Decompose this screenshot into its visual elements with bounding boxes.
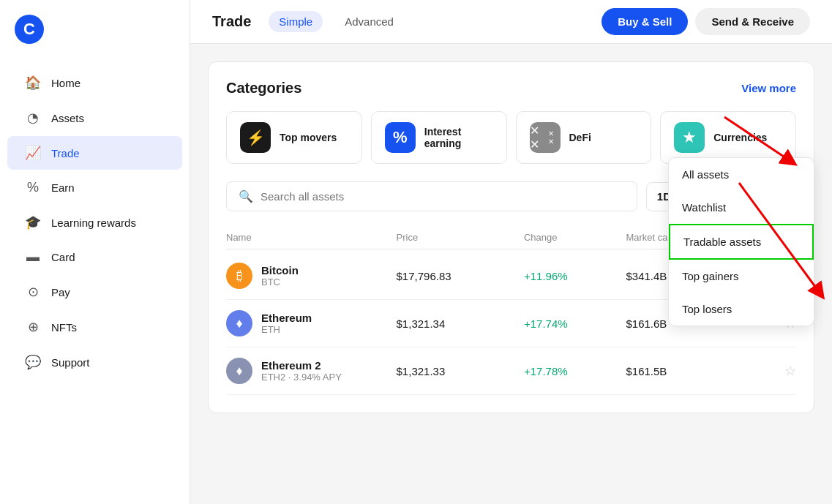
dropdown-item-top-losers[interactable]: Top losers xyxy=(669,293,814,326)
send-receive-button[interactable]: Send & Receive xyxy=(695,8,810,35)
sidebar-item-label: Learning rewards xyxy=(51,217,136,229)
sidebar-item-nfts[interactable]: ⊕ NFTs xyxy=(7,310,182,344)
col-header-change: Change xyxy=(524,232,626,243)
learning-icon: 🎓 xyxy=(25,214,41,230)
change-eth2: +17.78% xyxy=(524,365,626,377)
category-currencies[interactable]: ★ Currencies xyxy=(660,111,796,164)
dropdown-item-top-gainers[interactable]: Top gainers xyxy=(669,260,814,293)
asset-cell-eth: ♦ Ethereum ETH xyxy=(226,310,397,336)
asset-filter-dropdown: All assets Watchlist Tradable assets Top… xyxy=(668,157,814,326)
sidebar-item-support[interactable]: 💬 Support xyxy=(7,345,182,379)
assets-icon: ◔ xyxy=(25,110,41,126)
dropdown-item-watchlist[interactable]: Watchlist xyxy=(669,191,814,224)
page-title: Trade xyxy=(212,13,251,30)
dropdown-item-tradable-assets[interactable]: Tradable assets xyxy=(669,224,814,260)
asset-ticker-eth2: ETH2 · 3.94% APY xyxy=(261,372,342,383)
asset-cell-btc: ₿ Bitcoin BTC xyxy=(226,263,397,289)
dropdown-item-all-assets[interactable]: All assets xyxy=(669,158,814,191)
sidebar-item-label: Trade xyxy=(51,147,80,159)
eth-icon: ♦ xyxy=(226,310,252,336)
interest-earning-icon: % xyxy=(385,122,416,153)
tab-simple[interactable]: Simple xyxy=(269,11,323,32)
sidebar-item-label: Support xyxy=(51,356,90,369)
sidebar-nav: 🏠 Home ◔ Assets 📈 Trade % Earn 🎓 Learnin… xyxy=(0,66,190,379)
top-movers-icon: ⚡ xyxy=(240,122,271,153)
home-icon: 🏠 xyxy=(25,75,41,91)
category-label: Currencies xyxy=(713,132,767,143)
logo-area: C xyxy=(0,15,190,66)
marketcap-eth2: $161.5B xyxy=(626,365,753,377)
table-row: ♦ Ethereum 2 ETH2 · 3.94% APY $1,321.33 … xyxy=(226,347,796,395)
main-content: Trade Simple Advanced Buy & Sell Send & … xyxy=(190,0,832,504)
col-header-name: Name xyxy=(226,232,397,243)
btc-icon: ₿ xyxy=(226,263,252,289)
trade-icon: 📈 xyxy=(25,145,41,161)
topbar: Trade Simple Advanced Buy & Sell Send & … xyxy=(190,0,832,44)
sidebar-item-label: Card xyxy=(51,251,75,263)
change-btc: +11.96% xyxy=(524,270,626,282)
category-label: Interest earning xyxy=(424,126,493,149)
category-top-movers[interactable]: ⚡ Top movers xyxy=(226,111,362,164)
category-label: DeFi xyxy=(569,132,591,143)
category-label: Top movers xyxy=(280,132,337,143)
asset-ticker-btc: BTC xyxy=(261,277,299,287)
sidebar-item-trade[interactable]: 📈 Trade xyxy=(7,136,182,170)
asset-name-eth: Ethereum xyxy=(261,312,312,324)
sidebar-item-label: Home xyxy=(51,77,80,89)
earn-icon: % xyxy=(25,180,41,195)
view-more-link[interactable]: View more xyxy=(741,82,796,94)
buy-sell-button[interactable]: Buy & Sell xyxy=(601,8,688,35)
defi-icon: ✕ ✕✕ ✕ xyxy=(530,122,561,153)
price-btc: $17,796.83 xyxy=(397,270,524,282)
eth2-icon: ♦ xyxy=(226,358,252,384)
star-eth2[interactable]: ☆ xyxy=(754,363,796,379)
topbar-actions: Buy & Sell Send & Receive xyxy=(601,8,810,35)
search-input[interactable] xyxy=(261,190,625,203)
card-icon: ▬ xyxy=(25,249,41,265)
sidebar-item-pay[interactable]: ⊙ Pay xyxy=(7,275,182,309)
price-eth2: $1,321.33 xyxy=(397,365,524,377)
sidebar-item-learning-rewards[interactable]: 🎓 Learning rewards xyxy=(7,206,182,239)
price-eth: $1,321.34 xyxy=(397,317,524,330)
currencies-icon: ★ xyxy=(674,122,705,153)
sidebar-item-assets[interactable]: ◔ Assets xyxy=(7,101,182,135)
categories-grid: ⚡ Top movers % Interest earning ✕ ✕✕ ✕ D… xyxy=(226,111,796,164)
asset-cell-eth2: ♦ Ethereum 2 ETH2 · 3.94% APY xyxy=(226,358,397,384)
coinbase-logo[interactable]: C xyxy=(15,15,44,44)
sidebar-item-label: Assets xyxy=(51,112,84,124)
pay-icon: ⊙ xyxy=(25,284,41,300)
category-defi[interactable]: ✕ ✕✕ ✕ DeFi xyxy=(516,111,652,164)
categories-title: Categories xyxy=(226,80,301,97)
categories-header: Categories View more xyxy=(226,80,796,97)
asset-name-btc: Bitcoin xyxy=(261,264,299,277)
col-header-price: Price xyxy=(397,232,524,243)
search-icon: 🔍 xyxy=(239,189,253,203)
category-interest-earning[interactable]: % Interest earning xyxy=(371,111,507,164)
search-box[interactable]: 🔍 xyxy=(226,181,637,211)
asset-ticker-eth: ETH xyxy=(261,324,312,335)
change-eth: +17.74% xyxy=(524,317,626,330)
support-icon: 💬 xyxy=(25,354,41,370)
content-area: Categories View more ⚡ Top movers % Inte… xyxy=(190,44,832,504)
sidebar-item-earn[interactable]: % Earn xyxy=(7,171,182,204)
sidebar-item-label: NFTs xyxy=(51,321,77,334)
sidebar-item-label: Pay xyxy=(51,286,70,298)
sidebar-item-label: Earn xyxy=(51,181,75,194)
sidebar-item-card[interactable]: ▬ Card xyxy=(7,241,182,274)
tab-advanced[interactable]: Advanced xyxy=(334,11,404,32)
sidebar: C 🏠 Home ◔ Assets 📈 Trade % Earn 🎓 Learn… xyxy=(0,0,190,504)
asset-name-eth2: Ethereum 2 xyxy=(261,359,342,372)
sidebar-item-home[interactable]: 🏠 Home xyxy=(7,66,182,99)
nfts-icon: ⊕ xyxy=(25,319,41,335)
